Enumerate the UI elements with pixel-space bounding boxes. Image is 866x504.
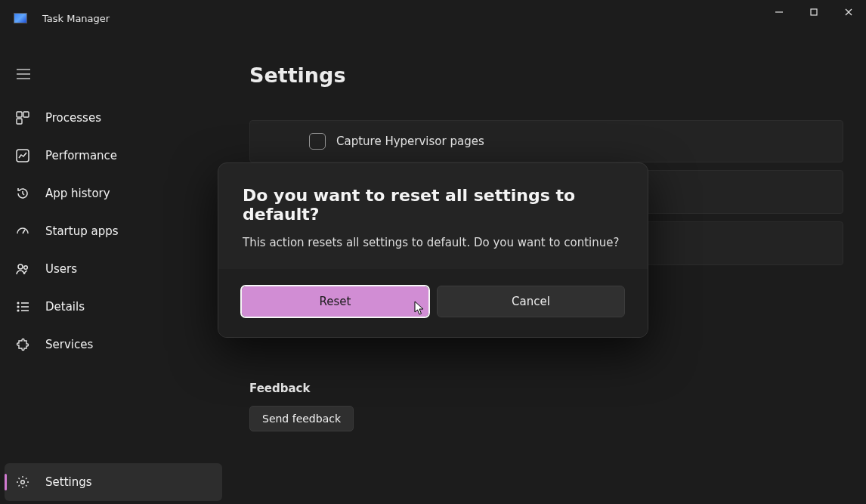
feedback-heading: Feedback xyxy=(249,382,843,395)
sidebar-item-settings[interactable]: Settings xyxy=(5,463,222,501)
dialog-title: Do you want to reset all settings to def… xyxy=(243,186,623,224)
svg-point-13 xyxy=(24,266,28,270)
send-feedback-button[interactable]: Send feedback xyxy=(249,406,354,431)
reset-button[interactable]: Reset xyxy=(241,286,429,317)
page-title: Settings xyxy=(249,63,843,87)
sidebar-item-users[interactable]: Users xyxy=(0,250,227,288)
send-feedback-label: Send feedback xyxy=(262,413,341,425)
dialog-message: This action resets all settings to defau… xyxy=(243,236,623,249)
nav-list: Processes Performance App history Startu… xyxy=(0,99,227,463)
app-title: Task Manager xyxy=(42,13,110,24)
cancel-button[interactable]: Cancel xyxy=(437,286,625,317)
sidebar-item-label: Details xyxy=(45,300,85,314)
sidebar-item-details[interactable]: Details xyxy=(0,288,227,326)
history-icon xyxy=(15,186,30,201)
checkbox-label: Capture Hypervisor pages xyxy=(336,135,484,148)
chart-icon xyxy=(15,148,30,163)
sidebar-item-app-history[interactable]: App history xyxy=(0,175,227,212)
svg-point-14 xyxy=(17,302,19,304)
sidebar-item-label: Processes xyxy=(45,111,101,125)
sidebar-item-processes[interactable]: Processes xyxy=(0,99,227,137)
svg-line-11 xyxy=(23,230,25,233)
checkbox-capture-hypervisor[interactable] xyxy=(309,133,326,150)
grid-icon xyxy=(15,110,30,125)
sidebar-item-label: Performance xyxy=(45,149,117,162)
svg-point-12 xyxy=(18,264,23,269)
svg-rect-1 xyxy=(811,9,817,15)
sidebar-item-startup-apps[interactable]: Startup apps xyxy=(0,212,227,250)
sidebar-item-performance[interactable]: Performance xyxy=(0,137,227,175)
sidebar-item-label: App history xyxy=(45,187,110,200)
svg-point-20 xyxy=(21,481,25,484)
gear-icon xyxy=(15,475,30,490)
list-icon xyxy=(15,299,30,314)
close-button[interactable] xyxy=(831,0,866,24)
svg-rect-9 xyxy=(17,119,22,124)
sidebar-item-services[interactable]: Services xyxy=(0,326,227,363)
sidebar-item-label: Startup apps xyxy=(45,224,119,238)
svg-point-18 xyxy=(17,310,19,311)
svg-rect-7 xyxy=(17,112,22,117)
svg-point-16 xyxy=(17,306,19,308)
app-icon xyxy=(14,13,27,23)
sidebar-item-label: Services xyxy=(45,338,93,351)
reset-button-label: Reset xyxy=(320,295,351,308)
puzzle-icon xyxy=(15,337,30,352)
sidebar: Processes Performance App history Startu… xyxy=(0,36,227,504)
setting-card-capture-hypervisor: Capture Hypervisor pages xyxy=(249,120,843,162)
hamburger-button[interactable] xyxy=(0,60,227,99)
maximize-button[interactable] xyxy=(796,0,831,24)
sidebar-item-label: Users xyxy=(45,262,77,276)
users-icon xyxy=(15,261,30,277)
svg-rect-8 xyxy=(23,112,29,117)
title-bar: Task Manager xyxy=(0,0,866,36)
cancel-button-label: Cancel xyxy=(512,295,550,308)
reset-dialog: Do you want to reset all settings to def… xyxy=(218,162,648,338)
speedometer-icon xyxy=(15,224,30,239)
minimize-button[interactable] xyxy=(762,0,796,24)
window-controls xyxy=(762,0,866,27)
sidebar-item-label: Settings xyxy=(45,475,92,489)
